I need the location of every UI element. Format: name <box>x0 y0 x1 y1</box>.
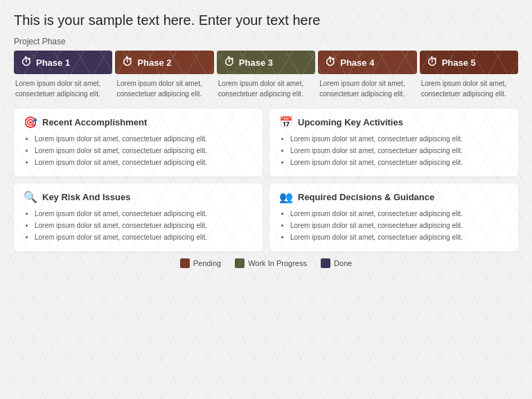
legend-pending-box <box>180 258 190 268</box>
section-title-upcoming-activities: Upcoming Key Activities <box>298 117 403 127</box>
list-item: Lorem ipsum dolor sit amet, consectetuer… <box>35 233 253 242</box>
section-icon-recent-accomplishment: 🎯 <box>24 116 37 129</box>
phase4-desc: Lorem ipsum dolor sit amet, consectetuer… <box>318 78 416 99</box>
legend-done-label: Done <box>334 259 352 267</box>
legend-pending-label: Pending <box>193 259 221 267</box>
section-list-recent-accomplishment: Lorem ipsum dolor sit amet, consectetuer… <box>24 134 253 168</box>
phase2-desc: Lorem ipsum dolor sit amet, consectetuer… <box>115 78 213 99</box>
phase1-button[interactable]: ⏱Phase 1 <box>14 51 112 74</box>
phase-col-phase4: ⏱Phase 4Lorem ipsum dolor sit amet, cons… <box>318 51 416 99</box>
section-list-required-decisions: Lorem ipsum dolor sit amet, consectetuer… <box>279 209 508 242</box>
section-card-key-risk: 🔍Key Risk And IssuesLorem ipsum dolor si… <box>14 184 263 251</box>
section-list-upcoming-activities: Lorem ipsum dolor sit amet, consectetuer… <box>279 134 508 168</box>
section-header-upcoming-activities: 📅Upcoming Key Activities <box>279 116 508 129</box>
phase5-desc: Lorem ipsum dolor sit amet, consectetuer… <box>420 78 518 99</box>
phase3-label: Phase 3 <box>239 57 273 68</box>
legend-done: Done <box>321 258 352 268</box>
phase2-button[interactable]: ⏱Phase 2 <box>115 51 213 74</box>
legend-wip-label: Work In Progress <box>248 259 307 267</box>
list-item: Lorem ipsum dolor sit amet, consectetuer… <box>35 221 253 231</box>
section-list-key-risk: Lorem ipsum dolor sit amet, consectetuer… <box>24 209 253 242</box>
sections-grid: 🎯Recent AccomplishmentLorem ipsum dolor … <box>14 109 518 251</box>
phase1-icon: ⏱ <box>21 56 32 69</box>
list-item: Lorem ipsum dolor sit amet, consectetuer… <box>35 209 253 219</box>
project-phase-label: Project Phase <box>14 37 518 46</box>
section-header-key-risk: 🔍Key Risk And Issues <box>24 190 253 204</box>
section-card-required-decisions: 👥Required Decisions & GuidanceLorem ipsu… <box>269 184 518 251</box>
phase5-button[interactable]: ⏱Phase 5 <box>420 51 518 74</box>
phase2-label: Phase 2 <box>137 57 171 68</box>
phase3-icon: ⏱ <box>224 56 235 69</box>
section-icon-key-risk: 🔍 <box>24 190 37 204</box>
section-header-recent-accomplishment: 🎯Recent Accomplishment <box>24 116 253 129</box>
list-item: Lorem ipsum dolor sit amet, consectetuer… <box>290 233 508 242</box>
list-item: Lorem ipsum dolor sit amet, consectetuer… <box>290 221 508 231</box>
phase-col-phase5: ⏱Phase 5Lorem ipsum dolor sit amet, cons… <box>420 51 518 99</box>
list-item: Lorem ipsum dolor sit amet, consectetuer… <box>290 146 508 156</box>
section-header-required-decisions: 👥Required Decisions & Guidance <box>279 190 508 204</box>
list-item: Lorem ipsum dolor sit amet, consectetuer… <box>290 209 508 219</box>
legend-pending: Pending <box>180 258 221 268</box>
section-card-recent-accomplishment: 🎯Recent AccomplishmentLorem ipsum dolor … <box>14 109 263 177</box>
phase4-label: Phase 4 <box>340 57 374 68</box>
section-icon-upcoming-activities: 📅 <box>279 116 293 129</box>
legend-done-box <box>321 258 330 268</box>
section-title-required-decisions: Required Decisions & Guidance <box>298 192 434 202</box>
page: This is your sample text here. Enter you… <box>0 0 532 399</box>
legend: Pending Work In Progress Done <box>14 258 518 268</box>
phase-col-phase3: ⏱Phase 3Lorem ipsum dolor sit amet, cons… <box>217 51 315 99</box>
phase-col-phase2: ⏱Phase 2Lorem ipsum dolor sit amet, cons… <box>115 51 213 99</box>
phase5-icon: ⏱ <box>427 56 438 69</box>
phase3-desc: Lorem ipsum dolor sit amet, consectetuer… <box>217 78 315 99</box>
phase3-button[interactable]: ⏱Phase 3 <box>217 51 315 74</box>
legend-wip: Work In Progress <box>235 258 307 268</box>
section-card-upcoming-activities: 📅Upcoming Key ActivitiesLorem ipsum dolo… <box>269 109 518 177</box>
phase1-desc: Lorem ipsum dolor sit amet, consectetuer… <box>14 78 112 99</box>
section-icon-required-decisions: 👥 <box>279 190 293 204</box>
list-item: Lorem ipsum dolor sit amet, consectetuer… <box>290 158 508 168</box>
legend-wip-box <box>235 258 245 268</box>
phase1-label: Phase 1 <box>36 57 70 68</box>
list-item: Lorem ipsum dolor sit amet, consectetuer… <box>35 134 253 144</box>
section-title-recent-accomplishment: Recent Accomplishment <box>42 117 147 127</box>
section-title-key-risk: Key Risk And Issues <box>42 192 130 202</box>
phase-col-phase1: ⏱Phase 1Lorem ipsum dolor sit amet, cons… <box>14 51 112 99</box>
list-item: Lorem ipsum dolor sit amet, consectetuer… <box>290 134 508 144</box>
page-title: This is your sample text here. Enter you… <box>14 12 518 28</box>
phase4-button[interactable]: ⏱Phase 4 <box>318 51 416 74</box>
phase2-icon: ⏱ <box>122 56 133 69</box>
phase4-icon: ⏱ <box>325 56 336 69</box>
phase5-label: Phase 5 <box>442 57 476 68</box>
list-item: Lorem ipsum dolor sit amet, consectetuer… <box>35 158 253 168</box>
phases-row: ⏱Phase 1Lorem ipsum dolor sit amet, cons… <box>14 51 518 99</box>
list-item: Lorem ipsum dolor sit amet, consectetuer… <box>35 146 253 156</box>
